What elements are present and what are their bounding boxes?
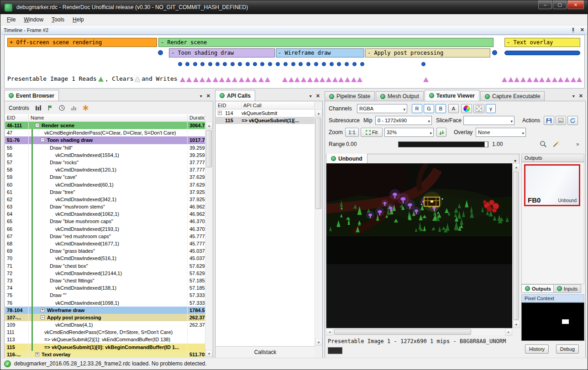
zoom-percent-combo[interactable]: 32%▾ bbox=[384, 128, 434, 137]
event-row[interactable]: 58vkCmdDrawIndexed(120,1)37.77778 bbox=[5, 166, 205, 173]
timeline-draw-dot[interactable] bbox=[185, 62, 189, 66]
event-row[interactable]: 65Draw "blue mushroom caps"46.37037 bbox=[5, 218, 205, 225]
pin-icon[interactable] bbox=[571, 27, 576, 33]
timeline-draw-dot[interactable] bbox=[314, 62, 318, 66]
panel-menu-chevron-icon[interactable]: ▾ bbox=[310, 94, 312, 99]
channel-b-button[interactable]: B bbox=[436, 104, 446, 113]
timeline-draw-dot[interactable] bbox=[421, 62, 425, 66]
timeline-draw-dot[interactable] bbox=[178, 62, 182, 66]
goto-flag-icon[interactable] bbox=[47, 105, 53, 111]
usage-write-triangle[interactable] bbox=[193, 77, 199, 82]
panel-close-icon[interactable]: ✕ bbox=[316, 93, 320, 99]
usage-write-triangle[interactable] bbox=[502, 77, 507, 82]
tree-expander-icon[interactable]: + bbox=[35, 352, 39, 356]
usage-write-triangle[interactable] bbox=[314, 77, 319, 82]
zoom-fit-button[interactable]: Fit bbox=[361, 128, 383, 137]
pixel-context-view[interactable] bbox=[521, 302, 584, 341]
api-list-scrollbar[interactable]: ▲ ▼ bbox=[315, 109, 322, 346]
panel-close-icon[interactable]: ✕ bbox=[206, 93, 210, 99]
event-row[interactable]: 113=> vkQueueSubmit(2)[1]: vkEndCommandB… bbox=[5, 336, 205, 343]
usage-write-triangle[interactable] bbox=[338, 77, 344, 82]
timeline-draw-dot[interactable] bbox=[200, 62, 205, 66]
open-image-button[interactable] bbox=[556, 116, 566, 125]
usage-write-triangle[interactable] bbox=[245, 77, 251, 82]
tab-outputs[interactable]: Outputs bbox=[521, 284, 555, 293]
event-row[interactable]: 70vkCmdDrawIndexed(516,1)45.03704 bbox=[5, 255, 205, 262]
usage-write-triangle[interactable] bbox=[219, 77, 225, 82]
texture-tab-chevron-icon[interactable]: ▾ bbox=[514, 156, 519, 163]
timeline-draw-dot[interactable] bbox=[260, 62, 264, 66]
event-row[interactable]: 111vkCmdEndRenderPass(C=Store, D=Store, … bbox=[5, 328, 205, 336]
timeline-close-icon[interactable]: ✕ bbox=[580, 27, 584, 33]
chart-icon[interactable] bbox=[71, 105, 77, 111]
api-call-row[interactable]: +114vkQueueSubmit bbox=[216, 109, 315, 117]
event-row[interactable]: 75Draw ""57.33333 bbox=[5, 292, 205, 299]
event-row[interactable]: 109vkCmdDraw(4,1)262.37... bbox=[5, 321, 205, 328]
tree-expander-icon[interactable]: − bbox=[41, 315, 45, 319]
event-row[interactable]: 68vkCmdDrawIndexed(1677,1)45.77778 bbox=[5, 240, 205, 247]
event-row[interactable]: 76vkCmdDrawIndexed(1098,1)57.33333 bbox=[5, 299, 205, 307]
timeline-draw-dot[interactable] bbox=[238, 62, 242, 66]
usage-write-triangle[interactable] bbox=[265, 77, 270, 82]
usage-write-triangle[interactable] bbox=[533, 77, 539, 82]
range-white-handle[interactable] bbox=[484, 141, 488, 147]
usage-write-triangle[interactable] bbox=[320, 77, 325, 82]
usage-write-triangle[interactable] bbox=[326, 77, 331, 82]
usage-write-triangle[interactable] bbox=[294, 77, 300, 82]
event-row[interactable]: 56vkCmdDrawIndexed(1554,1)39.25926 bbox=[5, 151, 205, 159]
timeline-bar[interactable]: - Wireframe draw bbox=[276, 48, 364, 57]
usage-write-triangle[interactable] bbox=[200, 77, 205, 82]
tab-event-browser[interactable]: Event Browser bbox=[4, 90, 59, 101]
texture-hscrollbar[interactable]: ◂ ▸ bbox=[326, 328, 512, 335]
toolbar-overflow-icon[interactable]: » bbox=[576, 140, 579, 149]
texture-scene[interactable] bbox=[326, 163, 512, 328]
callstack-section[interactable]: Callstack bbox=[216, 346, 315, 358]
timeline-draw-dot[interactable] bbox=[193, 62, 197, 66]
timeline-draw-dot[interactable] bbox=[337, 62, 341, 66]
usage-write-triangle[interactable] bbox=[552, 77, 557, 82]
fb0-thumbnail[interactable]: FB0 Unbound bbox=[524, 164, 580, 206]
usage-write-triangle[interactable] bbox=[239, 77, 244, 82]
channel-r-button[interactable]: R bbox=[412, 104, 422, 113]
gamma-button[interactable]: γ bbox=[486, 104, 496, 113]
usage-write-triangle[interactable] bbox=[520, 77, 526, 82]
usage-write-triangle[interactable] bbox=[289, 77, 294, 82]
event-row[interactable]: 61Draw "tree"37.92593 bbox=[5, 188, 205, 196]
event-row[interactable]: 71Draw "chest box"57.62963 bbox=[5, 262, 205, 270]
mip-select[interactable]: 0 - 1272x690▾ bbox=[375, 116, 432, 125]
timeline-draw-dot[interactable] bbox=[322, 62, 326, 66]
slice-face-select[interactable]: ▾ bbox=[463, 116, 514, 125]
usage-write-triangle[interactable] bbox=[252, 77, 257, 82]
event-row[interactable]: 46-111−Render scene3064.7... bbox=[5, 122, 205, 129]
event-list-scrollbar[interactable]: ▲ ▼ bbox=[205, 122, 212, 357]
overlay-select[interactable]: None▾ bbox=[476, 128, 526, 137]
panel-menu-chevron-icon[interactable]: ▾ bbox=[572, 94, 575, 99]
checkerboard-button[interactable] bbox=[473, 104, 484, 113]
timeline-canvas[interactable]: Presentable Image 1 Reads , Clears and W… bbox=[4, 35, 585, 89]
timeline-draw-dot[interactable] bbox=[268, 62, 272, 66]
panel-close-icon[interactable]: ✕ bbox=[579, 93, 583, 99]
event-row[interactable]: 59Draw "cave"37.62963 bbox=[5, 173, 205, 181]
timeline-bar[interactable]: - Render scene bbox=[158, 38, 493, 47]
api-call-row[interactable]: 115=> vkQueueSubmit(1)[... bbox=[216, 117, 315, 124]
usage-write-triangle[interactable] bbox=[307, 77, 313, 82]
tab-api-calls[interactable]: API Calls bbox=[215, 90, 255, 101]
title-bar[interactable]: debugmarker.rdc - RenderDoc Unofficial r… bbox=[0, 0, 588, 14]
event-row[interactable]: 51-76−Toon shading draw1017.7... bbox=[5, 136, 205, 144]
timeline-draw-marker[interactable] bbox=[492, 50, 497, 55]
usage-write-triangle[interactable] bbox=[206, 77, 211, 82]
usage-write-triangle[interactable] bbox=[232, 77, 237, 82]
event-row[interactable]: 57Draw "rocks"37.77778 bbox=[5, 159, 205, 166]
event-row[interactable]: 116-...+Text overlay511.7037 bbox=[5, 351, 205, 357]
usage-write-triangle[interactable] bbox=[258, 77, 264, 82]
timeline-bar[interactable]: - Toon shading draw bbox=[169, 48, 275, 57]
timeline-bar[interactable]: + Off-screen scene rendering bbox=[7, 38, 157, 47]
texture-viewport[interactable] bbox=[326, 163, 512, 328]
close-button[interactable]: ✕ bbox=[567, 0, 584, 9]
minimize-button[interactable]: – bbox=[538, 0, 552, 9]
range-fit-magnifier-icon[interactable] bbox=[540, 141, 547, 148]
event-row[interactable]: 62vkCmdDrawIndexed(342,1)37.92593 bbox=[5, 196, 205, 203]
tree-expander-icon[interactable]: − bbox=[35, 123, 39, 127]
usage-write-triangle[interactable] bbox=[186, 77, 192, 82]
usage-write-triangle[interactable] bbox=[180, 77, 185, 82]
